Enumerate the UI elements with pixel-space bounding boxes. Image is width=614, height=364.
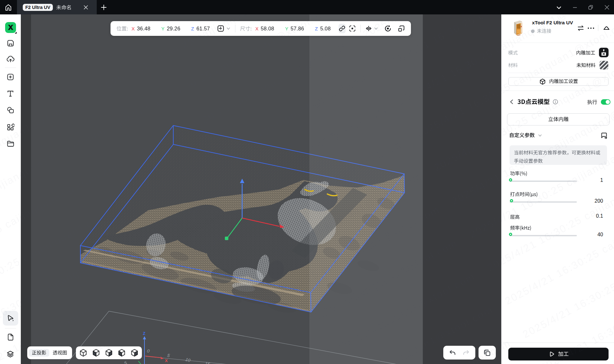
svg-text:5: 5 [167, 352, 170, 358]
svg-text:Z: Z [143, 331, 145, 336]
svg-text:5: 5 [124, 360, 128, 364]
svg-text:0: 0 [146, 348, 150, 353]
svg-text:X: X [165, 358, 168, 363]
svg-text:15: 15 [204, 360, 210, 364]
svg-text:10: 10 [185, 357, 191, 363]
